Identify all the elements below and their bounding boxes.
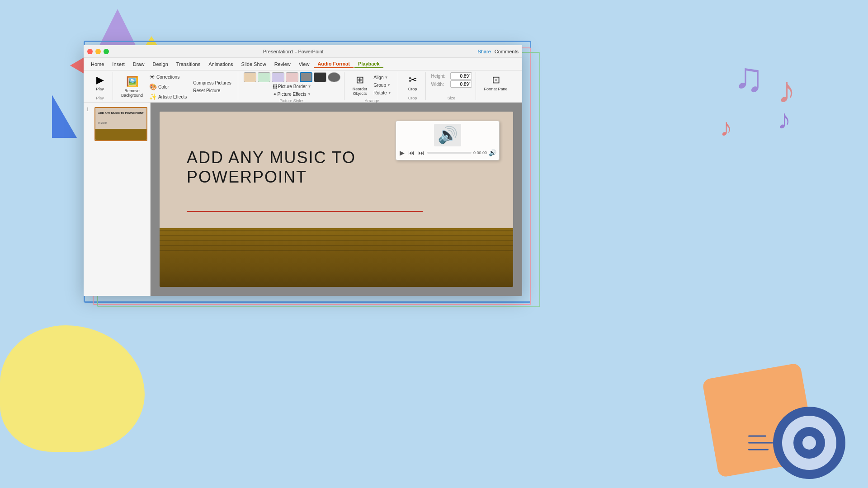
corrections-icon: ☀ bbox=[149, 73, 155, 80]
rotate-arrow: ▼ bbox=[388, 91, 392, 95]
pic-style-7[interactable] bbox=[328, 72, 340, 82]
color-button[interactable]: 🎨 Color bbox=[146, 82, 189, 91]
pic-style-1[interactable] bbox=[244, 72, 256, 82]
width-label: Width: bbox=[431, 82, 448, 87]
ribbon-group-size: Height: Width: Size bbox=[428, 72, 476, 100]
blue-triangle-decoration bbox=[52, 95, 77, 138]
remove-bg-label: RemoveBackground bbox=[121, 89, 143, 98]
artistic-icon: ✨ bbox=[149, 93, 157, 100]
pic-style-5-selected[interactable] bbox=[300, 72, 312, 82]
floor-plank-3 bbox=[160, 240, 513, 241]
tab-slideshow[interactable]: Slide Show bbox=[238, 61, 270, 68]
audio-speaker-icon: 🔊 bbox=[434, 124, 461, 146]
remove-background-button[interactable]: 🖼️ RemoveBackground bbox=[118, 74, 146, 99]
tab-view[interactable]: View bbox=[295, 61, 313, 68]
audio-time-display: 0:00.00 bbox=[473, 150, 487, 155]
minimize-button[interactable] bbox=[95, 49, 101, 54]
slide-panel: 1 ADD ANY MUSIC TO POWERPOINT IN 2025! bbox=[84, 103, 151, 296]
width-input[interactable] bbox=[450, 80, 472, 88]
floor-plank-2 bbox=[160, 235, 513, 236]
crop-button[interactable]: ✂ Crop bbox=[404, 72, 422, 93]
picture-effects-icon: ✦ bbox=[273, 92, 277, 97]
remove-bg-icon: 🖼️ bbox=[126, 76, 138, 88]
tab-draw[interactable]: Draw bbox=[129, 61, 148, 68]
corrections-label: Corrections bbox=[156, 75, 179, 80]
slide-thumb-subtitle: IN 2025! bbox=[98, 122, 107, 124]
play-label: Play bbox=[96, 87, 104, 91]
compress-pictures-button[interactable]: Compress Pictures bbox=[190, 80, 234, 86]
speaker-wave-2 bbox=[748, 442, 773, 444]
ribbon-group-crop: ✂ Crop Crop bbox=[400, 72, 426, 100]
pic-style-2[interactable] bbox=[258, 72, 270, 82]
compress-label: Compress Pictures bbox=[193, 80, 231, 85]
artistic-label: Artistic Effects bbox=[158, 94, 187, 99]
comments-button[interactable]: Comments bbox=[495, 49, 519, 54]
speaker-wave-3 bbox=[748, 449, 769, 450]
pink-music-note-small-decoration: ♪ bbox=[720, 113, 733, 142]
pic-style-4[interactable] bbox=[286, 72, 298, 82]
slide-thumb-floor bbox=[95, 129, 146, 140]
tab-playback[interactable]: Playback bbox=[354, 60, 383, 68]
tab-transitions[interactable]: Transitions bbox=[173, 61, 204, 68]
tab-animations[interactable]: Animations bbox=[205, 61, 236, 68]
ribbon-content: ▶ Play Play 🖼️ RemoveBackground ☀ Correc… bbox=[84, 70, 522, 102]
audio-forward-button[interactable]: ⏭ bbox=[417, 148, 425, 157]
height-input[interactable] bbox=[450, 72, 472, 80]
format-pane-button[interactable]: ⊡ Format Pane bbox=[481, 72, 510, 93]
picture-effects-arrow: ▼ bbox=[307, 92, 311, 96]
tab-insert[interactable]: Insert bbox=[108, 61, 128, 68]
pic-style-6[interactable] bbox=[314, 72, 326, 82]
reorder-label: ReorderObjects bbox=[353, 87, 368, 96]
title-bar: Presentation1 - PowerPoint Share Comment… bbox=[84, 45, 522, 58]
slide-thumbnail[interactable]: ADD ANY MUSIC TO POWERPOINT IN 2025! bbox=[94, 107, 147, 141]
picture-border-arrow: ▼ bbox=[308, 84, 311, 89]
audio-play-button[interactable]: ▶ bbox=[399, 148, 406, 157]
group-label: Group bbox=[373, 83, 386, 88]
align-arrow: ▼ bbox=[384, 75, 388, 80]
play-group-label: Play bbox=[96, 96, 104, 100]
audio-player-widget: 🔊 ▶ ⏮ ⏭ 0:00.00 🔊 bbox=[396, 121, 500, 160]
slide-title-line2: POWERPOINT bbox=[187, 168, 307, 186]
audio-volume-button[interactable]: 🔊 bbox=[489, 149, 496, 156]
align-label: Align bbox=[373, 75, 383, 80]
audio-rewind-button[interactable]: ⏮ bbox=[407, 148, 415, 157]
audio-controls: ▶ ⏮ ⏭ 0:00.00 🔊 bbox=[399, 148, 496, 157]
tab-design[interactable]: Design bbox=[149, 61, 172, 68]
play-icon: ▶ bbox=[96, 74, 104, 86]
ribbon-group-play: ▶ Play Play bbox=[87, 72, 113, 100]
tab-review[interactable]: Review bbox=[271, 61, 294, 68]
maximize-button[interactable] bbox=[104, 49, 109, 54]
ribbon-group-arrange: ⊞ ReorderObjects Align ▼ Group ▼ bbox=[346, 72, 398, 100]
reset-picture-button[interactable]: Reset Picture bbox=[190, 87, 234, 94]
picture-effects-button[interactable]: ✦ Picture Effects ▼ bbox=[270, 91, 314, 98]
reorder-objects-button[interactable]: ⊞ ReorderObjects bbox=[350, 72, 370, 98]
artistic-effects-button[interactable]: ✨ Artistic Effects bbox=[146, 92, 189, 101]
ribbon-group-format-pane: ⊡ Format Pane bbox=[478, 72, 514, 100]
tab-home[interactable]: Home bbox=[87, 61, 108, 68]
yellow-blob-decoration bbox=[0, 325, 145, 452]
group-arrow: ▼ bbox=[387, 83, 391, 87]
list-item[interactable]: 1 ADD ANY MUSIC TO POWERPOINT IN 2025! bbox=[85, 106, 148, 142]
pink-music-note-decoration: ♪ bbox=[778, 72, 796, 108]
play-button[interactable]: ▶ Play bbox=[91, 72, 109, 93]
close-button[interactable] bbox=[87, 49, 93, 54]
audio-progress-bar[interactable] bbox=[427, 152, 472, 154]
align-button[interactable]: Align ▼ bbox=[371, 74, 394, 81]
main-area: 1 ADD ANY MUSIC TO POWERPOINT IN 2025! A… bbox=[84, 103, 522, 296]
slide-canvas[interactable]: ADD ANY MUSIC TO POWERPOINT bbox=[151, 103, 522, 296]
slide-title-line1: ADD ANY MUSIC TO bbox=[187, 148, 356, 167]
ribbon-tabs: Home Insert Draw Design Transitions Anim… bbox=[84, 58, 522, 70]
group-button[interactable]: Group ▼ bbox=[371, 82, 394, 89]
share-button[interactable]: Share bbox=[477, 49, 491, 54]
rotate-button[interactable]: Rotate ▼ bbox=[371, 89, 394, 96]
tab-audio-format[interactable]: Audio Format bbox=[314, 60, 354, 68]
pic-style-3[interactable] bbox=[272, 72, 284, 82]
orange-rectangle-decoration bbox=[702, 363, 817, 478]
slide-thumb-title: ADD ANY MUSIC TO POWERPOINT bbox=[98, 112, 144, 115]
picture-border-button[interactable]: 🖼 Picture Border ▼ bbox=[270, 83, 314, 90]
corrections-button[interactable]: ☀ Corrections bbox=[146, 72, 189, 81]
floor-plank-1 bbox=[160, 230, 513, 231]
purple-music-note-large-decoration: ♫ bbox=[734, 54, 764, 101]
slide-floor-texture bbox=[160, 228, 513, 287]
ribbon-group-adjust: 🖼️ RemoveBackground ☀ Corrections 🎨 Colo… bbox=[115, 72, 238, 100]
